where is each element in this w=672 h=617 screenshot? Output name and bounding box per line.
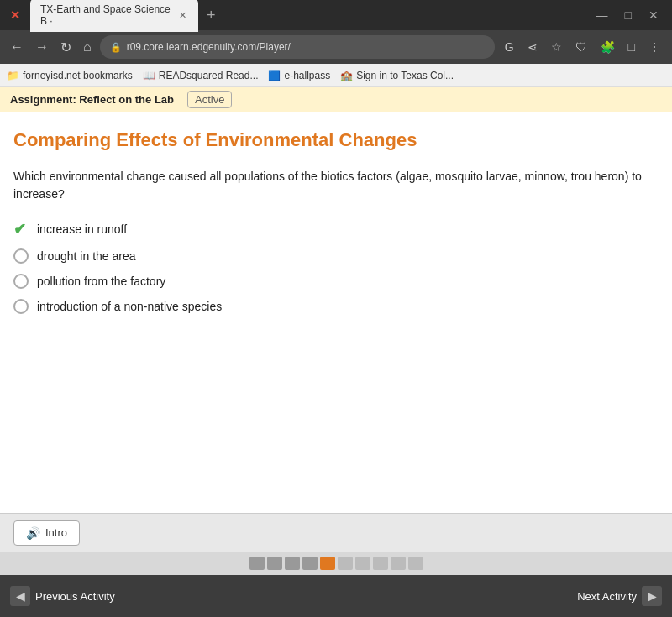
radio-circle-3 (13, 274, 29, 289)
tab-bar: ✕ TX-Earth and Space Science B · ✕ + — □… (0, 0, 672, 30)
bookmark-forneyisd[interactable]: 📁 forneyisd.net bookmarks (7, 70, 133, 81)
page-dot-7 (355, 557, 370, 570)
page-dot-3 (285, 557, 300, 570)
page-dot-9 (391, 557, 406, 570)
bookmark-ehallpass-label: e-hallpass (284, 70, 330, 81)
address-bar: ← → ↻ ⌂ 🔒 r09.core.learn.edgenuity.com/P… (0, 30, 672, 64)
share-icon[interactable]: ⋖ (522, 39, 543, 55)
prev-arrow-icon: ◀ (10, 586, 30, 606)
intro-label: Intro (45, 526, 67, 539)
page-dot-10 (408, 557, 423, 570)
answer-text-4: introduction of a non-native species (37, 300, 222, 313)
bookmark-forneyisd-label: forneyisd.net bookmarks (23, 70, 133, 81)
window-controls: — □ ✕ (590, 7, 665, 24)
bookmark-star-icon[interactable]: ☆ (546, 39, 567, 55)
google-search-icon[interactable]: G (500, 39, 519, 55)
maximize-button[interactable]: □ (618, 7, 638, 24)
question-text: Which environmental change caused all po… (13, 168, 659, 203)
radio-circle-2 (13, 248, 29, 264)
nav-footer: ◀ Previous Activity Next Activity ▶ (0, 575, 672, 617)
menu-icon[interactable]: ⋮ (643, 39, 665, 55)
page-dot-5-active (320, 557, 335, 570)
intro-button[interactable]: 🔊 Intro (13, 520, 80, 546)
bookmark-read-icon: 📖 (143, 70, 155, 81)
bookmark-ehallpass[interactable]: 🟦 e-hallpass (268, 70, 330, 81)
browser-chrome: ✕ TX-Earth and Space Science B · ✕ + — □… (0, 0, 672, 87)
previous-activity-button[interactable]: ◀ Previous Activity (10, 586, 115, 606)
forward-button[interactable]: → (32, 38, 52, 56)
home-button[interactable]: ⌂ (80, 38, 95, 56)
bookmark-texas-col[interactable]: 🏫 Sign in to Texas Col... (340, 70, 454, 81)
answer-text-2: drought in the area (37, 249, 136, 263)
url-text: r09.core.learn.edgenuity.com/Player/ (127, 41, 485, 53)
pagination-bar (0, 552, 672, 575)
active-tab[interactable]: TX-Earth and Space Science B · ✕ (30, 0, 198, 32)
tab-title: TX-Earth and Space Science B · (40, 3, 172, 27)
intro-bar: 🔊 Intro (0, 513, 672, 552)
tab-close-button[interactable]: ✕ (177, 9, 188, 21)
new-tab-button[interactable]: + (202, 8, 221, 23)
next-arrow-icon: ▶ (642, 586, 662, 606)
status-badge: Active (187, 91, 232, 108)
page-dot-4 (302, 557, 318, 570)
page-dot-2 (267, 557, 282, 570)
answers-list: ✔ increase in runoff drought in the area… (13, 220, 659, 314)
bookmark-readsquared[interactable]: 📖 READsquared Read... (143, 70, 259, 81)
speaker-icon: 🔊 (26, 526, 40, 540)
next-label: Next Activity (577, 590, 637, 603)
page-dot-8 (373, 557, 388, 570)
reload-button[interactable]: ↻ (57, 38, 75, 57)
minimize-button[interactable]: — (590, 7, 615, 24)
answer-text-1: increase in runoff (37, 222, 127, 236)
lock-icon: 🔒 (110, 42, 122, 53)
next-activity-button[interactable]: Next Activity ▶ (577, 586, 662, 606)
url-bar[interactable]: 🔒 r09.core.learn.edgenuity.com/Player/ (100, 35, 495, 59)
assignment-bar: Assignment: Reflect on the Lab Active (0, 87, 672, 112)
close-window-button[interactable]: ✕ (642, 7, 665, 24)
content-area: Comparing Effects of Environmental Chang… (0, 112, 672, 549)
answer-item-2[interactable]: drought in the area (13, 248, 659, 264)
bookmark-texas-icon: 🏫 (340, 70, 353, 81)
browser-actions: G ⋖ ☆ 🛡 🧩 □ ⋮ (500, 39, 665, 55)
assignment-label: Assignment: Reflect on the Lab (10, 93, 174, 106)
bookmark-ehallpass-icon: 🟦 (268, 70, 281, 81)
radio-circle-4 (13, 299, 29, 314)
answer-item-4[interactable]: introduction of a non-native species (13, 299, 659, 314)
page-title: Comparing Effects of Environmental Chang… (13, 129, 659, 151)
prev-label: Previous Activity (35, 590, 115, 603)
bookmark-folder-icon: 📁 (7, 70, 19, 81)
checkmark-icon: ✔ (13, 220, 29, 238)
answer-text-3: pollution from the factory (37, 275, 165, 288)
bookmark-texas-label: Sign in to Texas Col... (356, 70, 454, 81)
back-button[interactable]: ← (7, 38, 27, 56)
browser-logo: ✕ (7, 7, 24, 24)
bookmarks-bar: 📁 forneyisd.net bookmarks 📖 READsquared … (0, 64, 672, 87)
extension2-icon[interactable]: 🧩 (596, 39, 620, 55)
profile-icon[interactable]: □ (623, 39, 640, 55)
page-dot-6 (338, 557, 353, 570)
answer-item-3[interactable]: pollution from the factory (13, 274, 659, 289)
answer-item-1[interactable]: ✔ increase in runoff (13, 220, 659, 238)
bookmark-readsquared-label: READsquared Read... (159, 70, 259, 81)
page-dot-1 (249, 557, 265, 570)
extension1-icon[interactable]: 🛡 (570, 39, 592, 55)
